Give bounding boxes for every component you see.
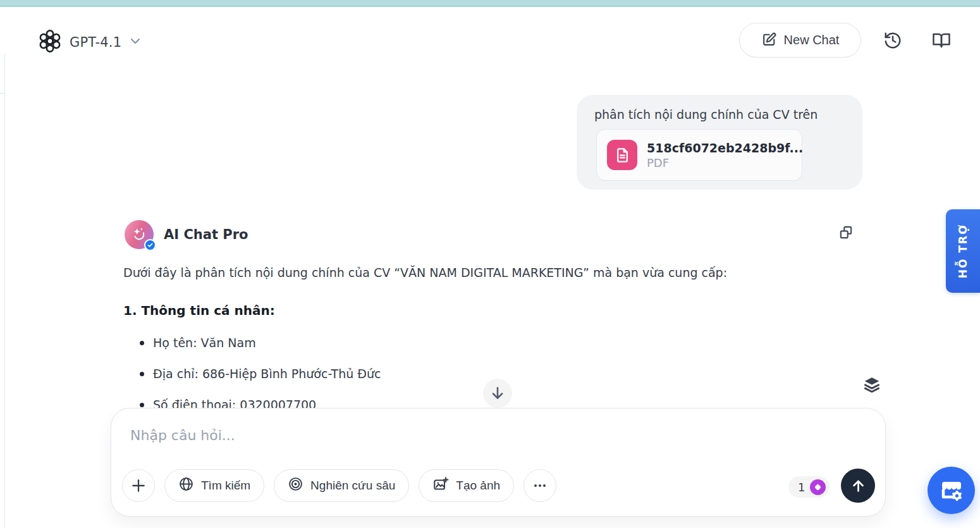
attachment-filename: 518cf6072eb2428b9f... bbox=[647, 141, 792, 155]
sidebar-divider bbox=[4, 54, 5, 528]
copy-response-button[interactable] bbox=[837, 224, 855, 242]
send-button[interactable] bbox=[841, 469, 875, 503]
sidebar-tick bbox=[0, 93, 5, 94]
create-image-tool-label: Tạo ảnh bbox=[456, 479, 500, 493]
attachment-filetype: PDF bbox=[647, 156, 792, 169]
assistant-section-heading: 1. Thông tin cá nhân: bbox=[123, 303, 812, 318]
verified-badge-icon bbox=[144, 239, 156, 251]
globe-icon bbox=[178, 476, 194, 495]
chat-header: GPT-4.1 New Chat bbox=[0, 8, 980, 71]
app-window: GPT-4.1 New Chat bbox=[0, 0, 980, 528]
composer-toolbar: Tìm kiếm Nghiên cứu sâu bbox=[122, 469, 556, 502]
more-tools-button[interactable] bbox=[524, 469, 556, 502]
user-message-bubble: phân tích nội dung chính của CV trên 518… bbox=[577, 95, 862, 190]
search-tool-button[interactable]: Tìm kiếm bbox=[164, 469, 264, 502]
pdf-file-icon bbox=[607, 140, 637, 170]
credit-gem-icon bbox=[810, 479, 826, 495]
support-tab-label: HỖ TRỢ bbox=[957, 224, 969, 278]
list-item: Họ tên: Văn Nam bbox=[123, 335, 812, 351]
new-chat-pencil-icon bbox=[761, 32, 777, 49]
browser-top-strip bbox=[0, 0, 980, 7]
library-book-button[interactable] bbox=[924, 23, 959, 58]
deep-research-tool-label: Nghiên cứu sâu bbox=[310, 479, 395, 493]
chevron-down-icon bbox=[129, 35, 142, 50]
search-tool-label: Tìm kiếm bbox=[201, 479, 250, 493]
create-image-tool-button[interactable]: Tạo ảnh bbox=[419, 469, 514, 502]
new-chat-label: New Chat bbox=[784, 33, 840, 47]
scroll-to-bottom-button[interactable] bbox=[483, 379, 512, 408]
image-plus-icon bbox=[432, 476, 449, 496]
target-rings-icon bbox=[288, 476, 303, 495]
credit-count: 1 bbox=[798, 481, 805, 494]
add-attachment-button[interactable] bbox=[122, 469, 155, 502]
assistant-intro-text: Dưới đây là phân tích nội dung chính của… bbox=[123, 263, 812, 282]
attachment-card[interactable]: 518cf6072eb2428b9f... PDF bbox=[596, 129, 802, 181]
user-message-text: phân tích nội dung chính của CV trên bbox=[594, 107, 845, 121]
model-selector[interactable]: GPT-4.1 bbox=[38, 29, 142, 56]
deep-research-tool-button[interactable]: Nghiên cứu sâu bbox=[274, 469, 409, 502]
support-tab[interactable]: HỖ TRỢ bbox=[946, 209, 980, 293]
assistant-name: AI Chat Pro bbox=[164, 227, 248, 242]
openai-logo-icon bbox=[38, 29, 62, 56]
new-chat-button[interactable]: New Chat bbox=[739, 23, 861, 58]
message-input[interactable] bbox=[130, 424, 699, 446]
list-item: Địa chỉ: 686-Hiệp Bình Phước-Thủ Đức bbox=[123, 365, 812, 382]
assistant-message-body: Dưới đây là phân tích nội dung chính của… bbox=[123, 263, 812, 427]
assistant-avatar bbox=[125, 220, 154, 249]
credit-badge[interactable]: 1 bbox=[788, 476, 830, 498]
live-chat-support-button[interactable] bbox=[928, 467, 975, 514]
model-name: GPT-4.1 bbox=[70, 35, 121, 50]
layers-stack-button[interactable] bbox=[862, 374, 882, 395]
attachment-meta: 518cf6072eb2428b9f... PDF bbox=[647, 141, 792, 169]
assistant-bullet-list: Họ tên: Văn Nam Địa chỉ: 686-Hiệp Bình P… bbox=[123, 335, 812, 413]
composer-panel: Tìm kiếm Nghiên cứu sâu bbox=[111, 408, 886, 517]
assistant-header: AI Chat Pro bbox=[125, 220, 248, 249]
history-button[interactable] bbox=[875, 23, 910, 58]
